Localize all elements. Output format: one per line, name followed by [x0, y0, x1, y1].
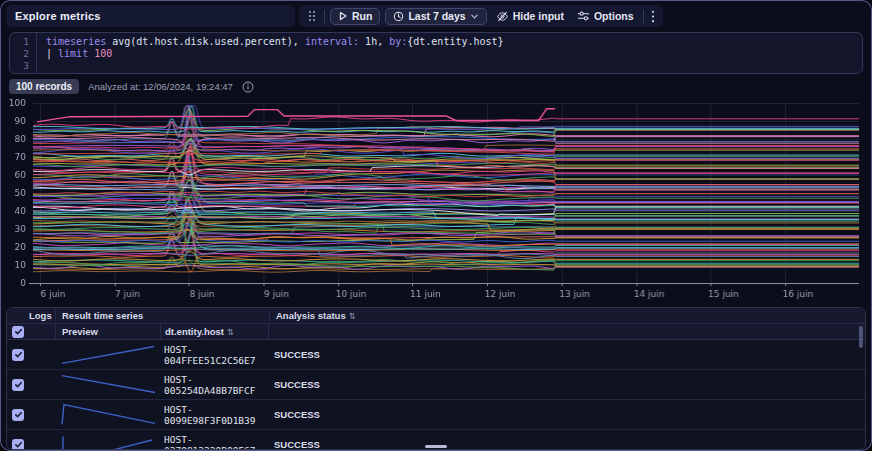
- sort-icon[interactable]: ⇅: [349, 311, 356, 321]
- drag-handle-icon[interactable]: [305, 8, 319, 24]
- time-range-label: Last 7 days: [408, 10, 465, 22]
- status-cell: SUCCESS: [268, 349, 865, 360]
- select-all-checkbox[interactable]: [12, 326, 24, 338]
- options-label: Options: [594, 10, 634, 22]
- line-number: 2: [10, 48, 36, 60]
- kebab-icon: [651, 10, 655, 23]
- results-table: Logs Result time series Analysis status …: [6, 307, 866, 450]
- toolbar-divider: [324, 10, 325, 23]
- play-icon: [338, 11, 348, 21]
- drag-dots-icon: [307, 10, 317, 22]
- analyzed-at-label: Analyzed at: 12/06/2024, 19:24:47: [88, 81, 233, 92]
- host-cell: HOST-0279812229B99F67: [160, 434, 268, 451]
- analysis-status-label: Analysis status: [276, 310, 346, 321]
- run-label: Run: [352, 10, 372, 22]
- records-bar: 100 records Analyzed at: 12/06/2024, 19:…: [1, 74, 871, 96]
- code-token: limit: [58, 48, 88, 59]
- header-fill: [268, 324, 865, 339]
- panel-resize-handle[interactable]: [425, 445, 447, 448]
- records-count-badge: 100 records: [9, 79, 79, 94]
- table-body: HOST-004FFEE51C2C56E7SUCCESSHOST-005254D…: [7, 340, 865, 450]
- row-checkbox[interactable]: [12, 439, 24, 451]
- host-cell: HOST-004FFEE51C2C56E7: [160, 344, 268, 366]
- check-icon: [14, 410, 23, 419]
- chevron-down-icon: [470, 12, 479, 21]
- line-number: 3: [10, 60, 36, 72]
- page-title: Explore metrics: [15, 10, 101, 22]
- code-token: 1h,: [359, 36, 389, 47]
- info-icon[interactable]: [242, 81, 254, 93]
- preview-sparkline: [55, 430, 160, 450]
- code-token: by:: [389, 36, 407, 47]
- code-token: avg(dt.host.disk.used.percent),: [106, 36, 305, 47]
- toolbar: Run Last 7 days Hide input: [299, 5, 663, 27]
- table-header: Logs Result time series Analysis status …: [7, 308, 865, 340]
- column-header-host[interactable]: dt.entity.host ⇅: [160, 324, 268, 339]
- table-row[interactable]: HOST-0099E98F3F0D1B39SUCCESS: [7, 400, 865, 430]
- row-checkbox[interactable]: [12, 349, 24, 361]
- table-row[interactable]: HOST-004FFEE51C2C56E7SUCCESS: [7, 340, 865, 370]
- table-row[interactable]: HOST-005254DA48B7BFCFSUCCESS: [7, 370, 865, 400]
- check-icon: [14, 350, 23, 359]
- explore-metrics-window: Explore metrics Run Last 7 days: [0, 0, 872, 451]
- check-icon: [14, 327, 23, 336]
- editor-code[interactable]: timeseries avg(dt.host.disk.used.percent…: [37, 33, 862, 73]
- clock-icon: [393, 11, 404, 22]
- hide-input-button[interactable]: Hide input: [492, 10, 568, 23]
- column-header-result-time-series[interactable]: Result time series: [55, 310, 269, 321]
- eye-off-icon: [496, 10, 509, 23]
- editor-code-line[interactable]: | limit 100: [46, 48, 862, 60]
- preview-sparkline: [55, 340, 160, 369]
- host-cell: HOST-0099E98F3F0D1B39: [160, 404, 268, 426]
- column-header-analysis-status[interactable]: Analysis status ⇅: [269, 310, 865, 321]
- toolbar-divider: [643, 10, 644, 23]
- options-button[interactable]: Options: [573, 10, 638, 22]
- host-column-label: dt.entity.host: [165, 326, 224, 337]
- host-cell: HOST-005254DA48B7BFCF: [160, 374, 268, 396]
- table-scrollbar[interactable]: [859, 326, 863, 348]
- code-token: {dt.entity.host}: [407, 36, 503, 47]
- top-bar: Explore metrics Run Last 7 days: [1, 1, 871, 29]
- editor-code-line[interactable]: [46, 60, 862, 72]
- status-cell: SUCCESS: [268, 439, 865, 450]
- row-checkbox[interactable]: [12, 379, 24, 391]
- preview-sparkline: [55, 370, 160, 399]
- preview-sparkline: [55, 400, 160, 429]
- status-cell: SUCCESS: [268, 379, 865, 390]
- column-header-logs[interactable]: Logs: [29, 310, 55, 321]
- editor-line-numbers: 123: [10, 33, 37, 73]
- code-token: timeseries: [46, 36, 106, 47]
- column-header-preview[interactable]: Preview: [55, 324, 160, 339]
- run-button[interactable]: Run: [330, 8, 380, 25]
- time-range-button[interactable]: Last 7 days: [385, 8, 486, 25]
- code-token: |: [46, 48, 58, 59]
- more-menu-button[interactable]: [649, 8, 657, 25]
- title-panel: Explore metrics: [6, 5, 295, 27]
- sort-icon[interactable]: ⇅: [227, 327, 234, 337]
- hide-input-label: Hide input: [513, 10, 564, 22]
- code-token: interval:: [305, 36, 359, 47]
- query-editor[interactable]: 123 timeseries avg(dt.host.disk.used.per…: [9, 32, 863, 74]
- sliders-icon: [577, 10, 590, 22]
- code-token: 100: [88, 48, 112, 59]
- line-number: 1: [10, 36, 36, 48]
- check-icon: [14, 380, 23, 389]
- check-icon: [14, 440, 23, 449]
- timeseries-chart[interactable]: [7, 97, 865, 305]
- editor-code-line[interactable]: timeseries avg(dt.host.disk.used.percent…: [46, 36, 862, 48]
- row-checkbox[interactable]: [12, 409, 24, 421]
- status-cell: SUCCESS: [268, 409, 865, 420]
